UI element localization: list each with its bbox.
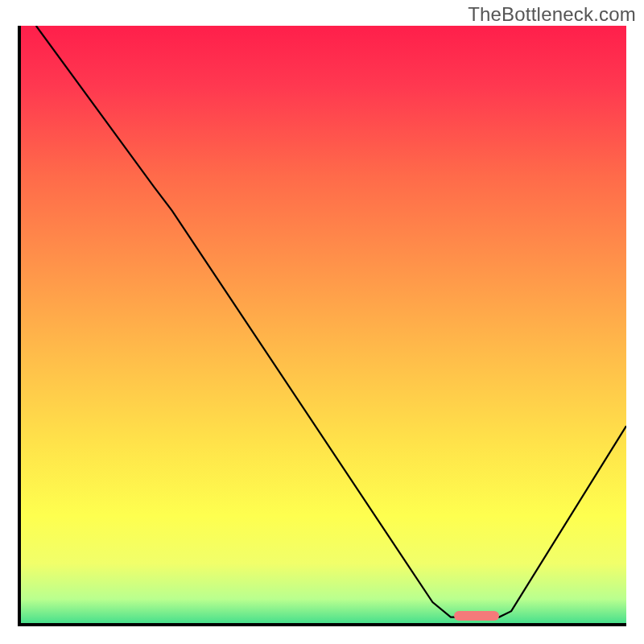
watermark-label: TheBottleneck.com [468, 3, 636, 26]
bottleneck-curve [21, 26, 626, 623]
optimal-marker [454, 611, 499, 621]
plot-area [18, 26, 626, 626]
chart-root: TheBottleneck.com [0, 0, 644, 644]
